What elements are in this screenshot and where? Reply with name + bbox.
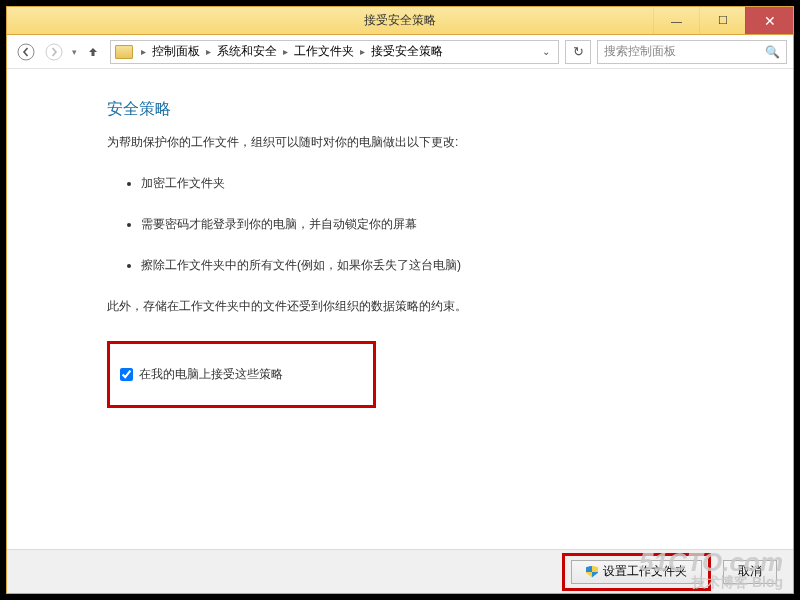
navbar: ▾ ▸ 控制面板 ▸ 系统和安全 ▸ 工作文件夹 ▸ 接受安全策略 ⌄ ↻ 搜索… [7, 35, 793, 69]
primary-highlight-box: 设置工作文件夹 [562, 553, 711, 591]
address-bar[interactable]: ▸ 控制面板 ▸ 系统和安全 ▸ 工作文件夹 ▸ 接受安全策略 ⌄ [110, 40, 559, 64]
search-icon: 🔍 [765, 45, 780, 59]
intro-text: 为帮助保护你的工作文件，组织可以随时对你的电脑做出以下更改: [107, 134, 763, 151]
search-placeholder: 搜索控制面板 [604, 43, 676, 60]
breadcrumb-item[interactable]: 控制面板 [150, 43, 202, 60]
titlebar: 接受安全策略 — ☐ ✕ [7, 7, 793, 35]
footer: 设置工作文件夹 取消 [7, 549, 793, 593]
accept-checkbox[interactable] [120, 368, 133, 381]
up-button[interactable] [82, 41, 104, 63]
breadcrumb-item[interactable]: 工作文件夹 [292, 43, 356, 60]
chevron-right-icon[interactable]: ▸ [358, 46, 367, 57]
list-item: 需要密码才能登录到你的电脑，并自动锁定你的屏幕 [141, 216, 763, 233]
address-dropdown-icon[interactable]: ⌄ [538, 46, 554, 57]
breadcrumb-item[interactable]: 系统和安全 [215, 43, 279, 60]
window-title: 接受安全策略 [364, 12, 436, 29]
accept-label-text: 在我的电脑上接受这些策略 [139, 366, 283, 383]
recent-dropdown-icon[interactable]: ▾ [69, 47, 80, 57]
chevron-right-icon[interactable]: ▸ [139, 46, 148, 57]
close-button[interactable]: ✕ [745, 7, 793, 34]
page-heading: 安全策略 [107, 99, 763, 120]
window: 接受安全策略 — ☐ ✕ ▾ ▸ 控制面板 ▸ 系统和安 [6, 6, 794, 594]
forward-button[interactable] [41, 39, 67, 65]
breadcrumb-item[interactable]: 接受安全策略 [369, 43, 445, 60]
folder-icon [115, 45, 133, 59]
window-controls: — ☐ ✕ [653, 7, 793, 34]
refresh-button[interactable]: ↻ [565, 40, 591, 64]
accept-checkbox-label[interactable]: 在我的电脑上接受这些策略 [120, 366, 283, 383]
note-text: 此外，存储在工作文件夹中的文件还受到你组织的数据策略的约束。 [107, 298, 763, 315]
accept-highlight-box: 在我的电脑上接受这些策略 [107, 341, 376, 408]
back-button[interactable] [13, 39, 39, 65]
svg-point-1 [46, 44, 62, 60]
shield-icon [586, 566, 598, 578]
svg-point-0 [18, 44, 34, 60]
policy-list: 加密工作文件夹 需要密码才能登录到你的电脑，并自动锁定你的屏幕 擦除工作文件夹中… [107, 175, 763, 274]
cancel-button[interactable]: 取消 [723, 560, 777, 584]
chevron-right-icon[interactable]: ▸ [204, 46, 213, 57]
primary-button-label: 设置工作文件夹 [603, 563, 687, 580]
list-item: 擦除工作文件夹中的所有文件(例如，如果你丢失了这台电脑) [141, 257, 763, 274]
minimize-button[interactable]: — [653, 7, 699, 34]
search-input[interactable]: 搜索控制面板 🔍 [597, 40, 787, 64]
chevron-right-icon[interactable]: ▸ [281, 46, 290, 57]
setup-workfolders-button[interactable]: 设置工作文件夹 [571, 560, 702, 584]
content-area: 安全策略 为帮助保护你的工作文件，组织可以随时对你的电脑做出以下更改: 加密工作… [7, 69, 793, 549]
maximize-button[interactable]: ☐ [699, 7, 745, 34]
list-item: 加密工作文件夹 [141, 175, 763, 192]
cancel-button-label: 取消 [738, 563, 762, 580]
